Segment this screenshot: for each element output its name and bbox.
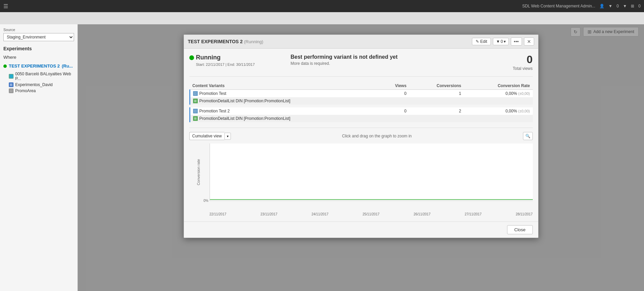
edit-button[interactable]: ✎ Edit xyxy=(472,38,491,45)
filter-count: 0 xyxy=(617,4,619,8)
status-block: Running Start: 22/11/2017 | End: 30/11/2… xyxy=(189,54,284,67)
running-dot xyxy=(3,64,7,68)
chart-y-label-text: Conversion rate xyxy=(196,159,200,185)
modal-title: TEST EXPERIMENTOS 2 (Running) xyxy=(188,39,263,44)
experiments-title: Experiments xyxy=(3,46,74,51)
sub-item-website[interactable]: 🌐 0050 Barceló BALoyalties Web P... xyxy=(9,71,74,82)
best-variant-title: Best performing variant is not defined y… xyxy=(291,54,492,60)
page-icon: □ xyxy=(193,109,198,113)
col-views-header: Views xyxy=(378,82,409,90)
component-icon: ⊞ xyxy=(193,99,198,103)
variant-sub-name: ⊞ PromotionDetailList DIN [Promotion:Pro… xyxy=(193,99,376,103)
status-running-text: Running xyxy=(196,54,221,61)
chart-line-green xyxy=(210,199,533,200)
top-bar-left: ☰ xyxy=(3,3,8,9)
filter-badge-icon: ▼ xyxy=(496,39,500,44)
experiment-list-item[interactable]: TEST EXPERIMENTOS 2 (Ru... xyxy=(3,62,74,70)
source-label: Source xyxy=(3,28,74,32)
table-row: ⊞ PromotionDetailList DIN [Promotion:Pro… xyxy=(190,115,533,122)
status-row: Running Start: 22/11/2017 | End: 30/11/2… xyxy=(189,54,533,77)
col-rate-header: Conversion Rate xyxy=(464,82,532,90)
chart-area[interactable]: 0% xyxy=(210,143,533,201)
background-panel: Source Staging_Environment Experiments W… xyxy=(0,12,644,291)
globe-icon: 🌐 xyxy=(9,74,14,79)
experiment-status: (Ru... xyxy=(62,63,73,69)
sub-items: 🌐 0050 Barceló BALoyalties Web P... ⊞ Ex… xyxy=(3,71,74,94)
chart-x-label: 25/11/2017 xyxy=(362,212,379,216)
col-conversions-header: Conversions xyxy=(409,82,464,90)
cumulative-toolbar: Cumulative view ▾ Click and drag on the … xyxy=(189,132,533,140)
chart-container: Conversion rate 0% xyxy=(189,143,533,211)
app-title: SDL Web Content Management Admin... xyxy=(522,4,595,8)
top-bar-right: SDL Web Content Management Admin... 👤 ▼ … xyxy=(522,4,641,8)
total-views-num: 0 xyxy=(492,54,533,65)
table-row: □ Promotion Test 0 1 0,00% (±0,00) xyxy=(190,90,533,98)
chart-zero-label: 0% xyxy=(204,199,208,203)
modal-header: TEST EXPERIMENTOS 2 (Running) ✎ Edit ▼ 0… xyxy=(184,35,538,49)
grid-count: 0 xyxy=(638,4,641,8)
cumulative-arrow-icon[interactable]: ▾ xyxy=(224,133,231,140)
modal-footer: Close xyxy=(184,221,538,238)
variants-table: Content Variants Views Conversions Conve… xyxy=(189,82,533,122)
close-footer-button[interactable]: Close xyxy=(507,225,532,234)
modal-body: Running Start: 22/11/2017 | End: 30/11/2… xyxy=(184,49,538,221)
table-row: □ Promotion Test 2 0 2 0,00% (±0,00) xyxy=(190,107,533,115)
col-content-header: Content Variants xyxy=(190,82,378,90)
source-select[interactable]: Staging_Environment xyxy=(3,33,74,41)
more-options-button[interactable]: ••• xyxy=(511,37,522,46)
chart-wrapper: Conversion rate 0% 22/11/201723/11/20172… xyxy=(189,143,533,216)
modal-overlay: TEST EXPERIMENTOS 2 (Running) ✎ Edit ▼ 0… xyxy=(78,24,644,291)
chart-x-label: 28/11/2017 xyxy=(516,212,532,216)
modal-header-actions: ✎ Edit ▼ 0 ▾ ••• ✕ xyxy=(472,37,534,46)
chart-y-label: Conversion rate xyxy=(189,143,208,201)
cumulative-dropdown[interactable]: Cumulative view xyxy=(189,132,224,140)
chart-x-label: 22/11/2017 xyxy=(210,212,226,216)
total-views-block: 0 Total views xyxy=(492,54,533,71)
component-icon: ⊞ xyxy=(193,116,198,121)
user-icon: 👤 xyxy=(599,4,604,8)
filter-icon[interactable]: ▼ xyxy=(609,4,613,8)
sub-item-label-2: Experimentos_David xyxy=(15,82,53,87)
filter-badge-arrow: ▾ xyxy=(504,39,506,44)
cumulative-section: Cumulative view ▾ Click and drag on the … xyxy=(189,128,533,216)
zoom-hint: Click and drag on the graph to zoom in xyxy=(342,134,412,138)
sub-item-label-1: 0050 Barceló BALoyalties Web P... xyxy=(15,72,74,81)
experiment-name: TEST EXPERIMENTOS 2 xyxy=(9,63,60,69)
total-views-label: Total views xyxy=(492,66,533,71)
sub-item-component[interactable]: ⊞ Experimentos_David xyxy=(9,82,74,88)
cumulative-select: Cumulative view ▾ xyxy=(189,132,231,140)
best-variant-sub: More data is required. xyxy=(291,61,492,66)
chart-x-labels: 22/11/201723/11/201724/11/201725/11/2017… xyxy=(189,212,533,216)
chart-x-label: 26/11/2017 xyxy=(413,212,430,216)
modal-running-tag: (Running) xyxy=(244,39,263,44)
table-row: ⊞ PromotionDetailList DIN [Promotion:Pro… xyxy=(190,97,533,105)
sub-item-page[interactable]: □ PromoArea xyxy=(9,88,74,94)
sidebar: Source Staging_Environment Experiments W… xyxy=(0,24,78,291)
variant-sub-name: ⊞ PromotionDetailList DIN [Promotion:Pro… xyxy=(193,116,376,121)
page-icon: □ xyxy=(193,91,198,96)
chart-x-label: 23/11/2017 xyxy=(260,212,277,216)
status-running-dot xyxy=(189,55,194,60)
status-running: Running xyxy=(189,54,284,61)
component-icon: ⊞ xyxy=(9,82,14,87)
where-label: Where xyxy=(3,55,74,60)
modal-dialog: TEST EXPERIMENTOS 2 (Running) ✎ Edit ▼ 0… xyxy=(184,34,539,238)
status-dates: Start: 22/11/2017 | End: 30/11/2017 xyxy=(196,62,284,67)
hamburger-icon[interactable]: ☰ xyxy=(3,3,8,9)
main-area: ↻ ⊞ Add a new Experiment TEST EXPERIMENT… xyxy=(78,24,644,291)
grid-icon[interactable]: ⊞ xyxy=(631,4,634,8)
filter-badge-button[interactable]: ▼ 0 ▾ xyxy=(493,38,509,45)
close-header-button[interactable]: ✕ xyxy=(524,37,534,46)
page-icon: □ xyxy=(9,88,14,93)
top-bar: ☰ SDL Web Content Management Admin... 👤 … xyxy=(0,0,644,12)
variant-name: □ Promotion Test xyxy=(193,91,376,96)
chart-x-label: 24/11/2017 xyxy=(311,212,328,216)
edit-icon: ✎ xyxy=(476,39,479,44)
sub-item-label-3: PromoArea xyxy=(15,88,36,93)
filter-dropdown-icon[interactable]: ▼ xyxy=(623,4,627,8)
variant-name: □ Promotion Test 2 xyxy=(193,109,376,113)
best-variant-block: Best performing variant is not defined y… xyxy=(284,54,492,66)
chart-x-label: 27/11/2017 xyxy=(464,212,481,216)
zoom-icon-btn[interactable]: 🔍 xyxy=(523,132,533,140)
